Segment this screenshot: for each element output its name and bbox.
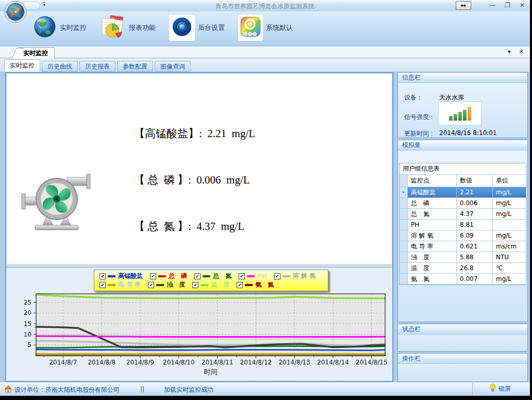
legend-label: 溶 解 氧 bbox=[293, 272, 315, 280]
table-row[interactable]: ›高锰酸盐2.21mg/L bbox=[400, 187, 526, 198]
info-panel: 信息栏 设备： 天水水库 信号强度： 更新时间： 2014/8/15 8:10:… bbox=[397, 72, 528, 138]
status-message: 加载实时监控成功 bbox=[164, 386, 213, 394]
legend-checkbox-电导率[interactable]: ✔ bbox=[99, 282, 106, 288]
cell-unit: ℃ bbox=[493, 263, 526, 273]
close-button[interactable]: ✕ bbox=[520, 2, 525, 9]
cell-value: 5.88 bbox=[457, 252, 493, 262]
table-row[interactable]: 电 导 率0.621ms/cm bbox=[400, 241, 526, 252]
designer-text: 设计单位：济南大陆机电股份有限公司 bbox=[14, 386, 120, 394]
update-time-label: 更新时间： bbox=[404, 129, 435, 138]
tab-realtime-monitor[interactable]: 实时监控 bbox=[4, 59, 40, 72]
legend-checkbox-浊度[interactable]: ✔ bbox=[148, 282, 154, 288]
legend-color-dash bbox=[247, 275, 255, 277]
svg-text:S: S bbox=[14, 20, 16, 23]
tab-image-query[interactable]: 图像查询 bbox=[155, 61, 191, 72]
svg-text:2014/8/9: 2014/8/9 bbox=[126, 359, 154, 366]
report-function-label: 报表功能 bbox=[129, 23, 156, 32]
lock-screen-button[interactable]: 锁屏 bbox=[472, 383, 528, 395]
legend-item-温度: ✔温 度 bbox=[192, 280, 229, 289]
trend-chart: 5101520252014/8/72014/8/82014/8/92014/8/… bbox=[7, 291, 393, 381]
legend-label: 氨 氮 bbox=[255, 280, 274, 289]
cell-unit: mg/L bbox=[493, 187, 526, 197]
cell-name: 氨 氮 bbox=[408, 274, 457, 284]
horizontal-splitter[interactable] bbox=[6, 264, 392, 268]
tab-close-icon[interactable]: ✕ bbox=[519, 48, 524, 55]
workspace: 【高锰酸盐】: 2.21 mg/L 【 总 磷 】: 0.006 mg/L 【 … bbox=[0, 72, 530, 382]
cell-value: 0.621 bbox=[457, 241, 493, 252]
cell-value: 4.37 bbox=[457, 209, 493, 219]
table-row[interactable]: 浊 度5.88NTU bbox=[400, 252, 526, 263]
legend-item-高锰酸盐: ✔高锰酸盐 bbox=[99, 272, 143, 280]
cell-unit: mg/L bbox=[493, 209, 526, 219]
backend-settings-button[interactable]: 后台设置 bbox=[169, 15, 225, 41]
maximize-button[interactable]: ❐ bbox=[505, 2, 510, 9]
table-row[interactable]: 总 氮4.37mg/L bbox=[400, 209, 526, 220]
tab-parameter-config[interactable]: 参数配置 bbox=[117, 61, 153, 72]
pump-icon bbox=[21, 167, 93, 234]
table-row[interactable]: 溶 解 氧6.09mg/L bbox=[400, 230, 526, 241]
column-header-point[interactable]: 监控点 bbox=[408, 175, 457, 187]
table-row[interactable]: PH8.81 bbox=[400, 220, 526, 230]
chart-area: ✔高锰酸盐✔总 磷✔总 氮✔PH✔溶 解 氧 ✔电 导 率✔浊 度✔温 度✔氨 … bbox=[6, 268, 392, 381]
cell-unit: mg/L bbox=[493, 230, 526, 241]
status-separator: || bbox=[140, 386, 144, 393]
compass-app-icon[interactable]: N E S W bbox=[4, 1, 27, 25]
row-selector-cell bbox=[400, 263, 408, 273]
row-selector-header bbox=[400, 175, 408, 187]
signal-bar bbox=[458, 112, 462, 121]
column-header-unit[interactable]: 单位 bbox=[493, 175, 526, 187]
document-tab-realtime[interactable]: 实时监控 bbox=[19, 47, 55, 58]
settings-dial-icon bbox=[169, 15, 195, 41]
svg-text:20: 20 bbox=[24, 309, 31, 316]
reading-line: 【 总 磷 】: 0.006 mg/L bbox=[134, 172, 263, 188]
status-bar: 设计单位：济南大陆机电股份有限公司 || 加载实时监控成功 锁屏 bbox=[0, 382, 530, 395]
app-window: 青岛市世界园艺博览会水质监测系统 ↔ — ❐ ✕ ▾ N E bbox=[0, 0, 530, 396]
legend-checkbox-温度[interactable]: ✔ bbox=[192, 282, 198, 288]
quick-access-dropdown-icon[interactable]: ▾ bbox=[43, 2, 45, 7]
legend-checkbox-总磷[interactable]: ✔ bbox=[150, 273, 156, 279]
system-default-button[interactable]: 系统默认 bbox=[238, 15, 293, 41]
realtime-monitor-button[interactable]: 实时监控 bbox=[33, 15, 87, 41]
cell-value: 0.007 bbox=[457, 274, 493, 284]
signal-strength-icon bbox=[438, 102, 481, 125]
minimize-button[interactable]: — bbox=[489, 2, 495, 9]
row-selector-cell bbox=[400, 252, 408, 262]
legend-item-氨氮: ✔氨 氮 bbox=[237, 280, 274, 289]
device-value: 天水水库 bbox=[439, 93, 464, 102]
legend-checkbox-PH[interactable]: ✔ bbox=[239, 273, 245, 279]
tab-history-curve[interactable]: 历史曲线 bbox=[42, 61, 78, 72]
tab-history-report[interactable]: 历史报表 bbox=[79, 61, 115, 72]
bulb-icon bbox=[490, 384, 496, 394]
report-function-button[interactable]: 报表功能 bbox=[100, 15, 156, 41]
legend-item-浊度: ✔浊 度 bbox=[148, 280, 185, 289]
table-row[interactable]: 温 度26.8℃ bbox=[400, 263, 526, 274]
tab-list-dropdown-icon[interactable]: ▾ bbox=[508, 48, 511, 55]
legend-checkbox-总氮[interactable]: ✔ bbox=[194, 273, 201, 279]
table-row[interactable]: 氨 氮0.007mg/L bbox=[400, 274, 526, 285]
ribbon-toolbar: 实时监控 bbox=[0, 11, 530, 46]
legend-checkbox-氨氮[interactable]: ✔ bbox=[237, 282, 243, 288]
row-selector-cell bbox=[400, 241, 408, 252]
cell-name: PH bbox=[408, 220, 457, 230]
window-title: 青岛市世界园艺博览会水质监测系统 bbox=[0, 2, 530, 11]
legend-color-dash bbox=[108, 284, 115, 286]
legend-checkbox-溶解氧[interactable]: ✔ bbox=[274, 273, 280, 279]
row-selector-cell bbox=[400, 220, 408, 230]
legend-item-PH: ✔PH bbox=[239, 273, 267, 280]
row-selector-cell bbox=[400, 274, 408, 284]
column-header-value[interactable]: 数值 bbox=[457, 175, 493, 187]
svg-text:2014/8/14: 2014/8/14 bbox=[317, 359, 349, 366]
signal-strength-label: 信号强度： bbox=[404, 113, 435, 122]
signal-bar bbox=[468, 107, 471, 121]
resize-horizontal-button[interactable]: ↔ bbox=[456, 1, 471, 10]
legend-checkbox-高锰酸盐[interactable]: ✔ bbox=[99, 273, 106, 279]
status-panel-header: 状态栏 bbox=[398, 324, 527, 335]
selected-row-arrow-icon: › bbox=[400, 187, 408, 197]
svg-text:2014/8/13: 2014/8/13 bbox=[278, 359, 310, 366]
legend-color-dash bbox=[158, 275, 166, 277]
signal-bar bbox=[449, 116, 453, 121]
table-row[interactable]: 总 磷0.006mg/L bbox=[400, 198, 526, 209]
system-default-icon bbox=[238, 15, 263, 41]
legend-color-dash bbox=[245, 284, 253, 286]
operation-panel-header: 操作栏 bbox=[398, 354, 527, 364]
